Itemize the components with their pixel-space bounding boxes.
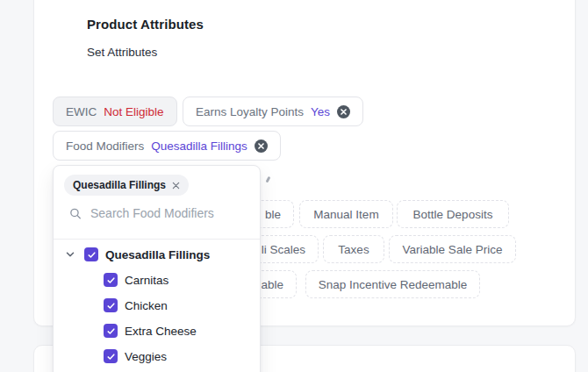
- attribute-chip-ewic[interactable]: EWIC Not Eligible: [53, 97, 177, 126]
- search-input[interactable]: [90, 206, 249, 220]
- chip-label: li Scales: [262, 243, 305, 256]
- chip-value: Not Eligible: [104, 105, 163, 118]
- remove-attribute-icon[interactable]: [337, 105, 350, 118]
- tree-option-veggies[interactable]: Veggies: [104, 349, 167, 363]
- chip-label: Taxes: [338, 243, 369, 256]
- tree-option-chicken[interactable]: Chicken: [104, 298, 168, 312]
- chip-value: Quesadilla Fillings: [151, 140, 247, 153]
- attribute-chip-food-modifiers[interactable]: Food Modifiers Quesadilla Fillings: [53, 131, 281, 161]
- selected-tag-label: Quesadilla Fillings: [73, 179, 166, 191]
- selected-tag[interactable]: Quesadilla Fillings: [64, 175, 189, 196]
- available-attribute-chip-bottle-deposits[interactable]: Bottle Deposits: [397, 200, 509, 228]
- available-attribute-chip-taxes[interactable]: Taxes: [323, 235, 384, 263]
- attribute-chip-loyalty[interactable]: Earns Loyalty Points Yes: [183, 97, 363, 126]
- chevron-down-icon[interactable]: [65, 249, 75, 260]
- remove-tag-icon[interactable]: [172, 182, 180, 190]
- tree-group-quesadilla-fillings[interactable]: Quesadilla Fillings: [65, 247, 210, 261]
- chip-label: ble: [265, 208, 281, 221]
- option-checkbox[interactable]: [104, 349, 118, 363]
- option-checkbox[interactable]: [104, 324, 118, 338]
- check-icon: [106, 301, 116, 311]
- chip-label: EWIC: [66, 105, 97, 118]
- available-attribute-chip-variable-sale-price[interactable]: Variable Sale Price: [389, 235, 516, 263]
- chip-label: Food Modifiers: [66, 140, 144, 153]
- search-icon: [69, 207, 82, 220]
- group-checkbox[interactable]: [84, 247, 98, 261]
- check-icon: [87, 250, 97, 260]
- remove-attribute-icon[interactable]: [255, 140, 268, 153]
- available-attribute-chip-snap-incentive[interactable]: Snap Incentive Redeemable: [305, 270, 480, 298]
- set-attributes-label: Set Attributes: [87, 46, 157, 59]
- tree-option-extra-cheese[interactable]: Extra Cheese: [104, 324, 197, 338]
- food-modifiers-dropdown: Quesadilla Fillings Quesadilla Filling: [53, 165, 261, 372]
- tree-option-carnitas[interactable]: Carnitas: [104, 273, 169, 287]
- page: Product Attributes Set Attributes EWIC N…: [0, 0, 588, 372]
- option-label: Extra Cheese: [125, 325, 197, 338]
- option-checkbox[interactable]: [104, 298, 118, 312]
- check-icon: [106, 275, 116, 285]
- chip-label: Earns Loyalty Points: [196, 105, 304, 118]
- page-title: Product Attributes: [87, 17, 204, 32]
- group-label: Quesadilla Fillings: [105, 248, 210, 261]
- option-label: Carnitas: [125, 274, 169, 287]
- chip-value: Yes: [311, 105, 330, 118]
- chip-label: Manual Item: [313, 208, 378, 221]
- available-attribute-chip-manual-item[interactable]: Manual Item: [299, 200, 393, 228]
- option-label: Veggies: [125, 350, 167, 363]
- chip-label: able: [261, 278, 283, 291]
- chip-label: Bottle Deposits: [413, 208, 493, 221]
- option-label: Chicken: [125, 299, 168, 312]
- option-checkbox[interactable]: [104, 273, 118, 287]
- search-row: [69, 205, 249, 221]
- chip-label: Variable Sale Price: [403, 243, 503, 256]
- check-icon: [106, 352, 116, 361]
- chip-label: Snap Incentive Redeemable: [319, 278, 468, 291]
- dropdown-divider: [54, 239, 260, 240]
- check-icon: [106, 326, 116, 336]
